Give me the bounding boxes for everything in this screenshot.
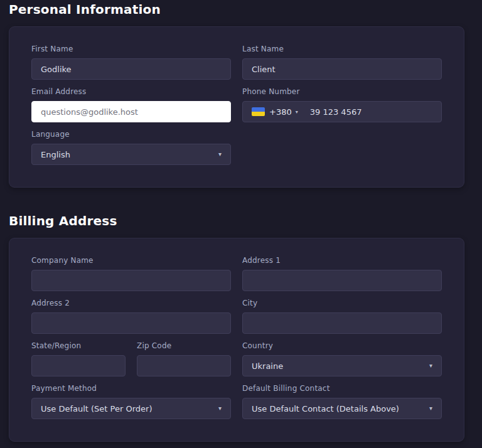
country-select[interactable]: Ukraine ▾ [242,355,442,376]
default-billing-contact-select[interactable]: Use Default Contact (Details Above) ▾ [242,398,442,419]
personal-information-title: Personal Information [9,1,482,18]
phone-field: Phone Number +380 ▾ 39 123 4567 [242,87,442,122]
company-name-label: Company Name [31,256,231,265]
last-name-field: Last Name [242,45,442,80]
chevron-down-icon: ▾ [429,405,432,412]
first-name-input[interactable] [31,58,231,80]
chevron-down-icon: ▾ [218,151,222,157]
state-region-label: State/Region [31,341,126,350]
email-field: Email Address [31,87,231,122]
chevron-down-icon: ▾ [218,405,222,412]
first-name-label: First Name [31,45,231,53]
country-field: Country Ukraine ▾ [242,341,442,376]
city-input[interactable] [242,312,442,334]
chevron-down-icon: ▾ [296,109,298,115]
company-name-field: Company Name [31,256,231,291]
company-name-input[interactable] [31,270,231,291]
address2-field: Address 2 [31,299,231,334]
language-select[interactable]: English ▾ [31,144,231,165]
email-input[interactable] [31,101,231,122]
state-region-input[interactable] [31,355,126,376]
payment-method-label: Payment Method [31,384,231,393]
address1-label: Address 1 [242,256,442,265]
payment-method-select[interactable]: Use Default (Set Per Order) ▾ [31,398,231,419]
city-label: City [242,299,442,307]
last-name-input[interactable] [242,58,442,80]
billing-address-title: Billing Address [9,213,482,229]
zip-code-label: Zip Code [137,341,231,350]
email-label: Email Address [31,87,231,96]
country-label: Country [242,341,442,350]
personal-information-card: First Name Last Name Email Address Phone… [9,26,464,188]
default-billing-contact-label: Default Billing Contact [242,384,442,393]
ukraine-flag-icon [252,107,265,116]
phone-input[interactable]: +380 ▾ 39 123 4567 [242,101,442,122]
payment-method-field: Payment Method Use Default (Set Per Orde… [31,384,231,419]
phone-number-value[interactable]: 39 123 4567 [310,107,362,117]
default-billing-contact-selected-value: Use Default Contact (Details Above) [252,404,399,413]
chevron-down-icon: ▾ [429,363,432,369]
zip-code-input[interactable] [137,355,231,376]
dial-code-selector[interactable]: +380 [269,107,292,117]
phone-label: Phone Number [242,87,442,96]
payment-method-selected-value: Use Default (Set Per Order) [41,404,152,413]
address2-input[interactable] [31,312,231,334]
address1-field: Address 1 [242,256,442,291]
first-name-field: First Name [31,45,231,80]
language-label: Language [31,130,231,139]
default-billing-contact-field: Default Billing Contact Use Default Cont… [242,384,442,419]
zip-code-field: Zip Code [137,341,231,376]
address2-label: Address 2 [31,299,231,307]
country-selected-value: Ukraine [252,361,283,371]
language-selected-value: English [41,150,70,159]
last-name-label: Last Name [242,45,442,53]
address1-input[interactable] [242,270,442,291]
billing-address-card: Company Name Address 1 Address 2 City St… [9,238,464,442]
language-field: Language English ▾ [31,130,231,165]
city-field: City [242,299,442,334]
state-region-field: State/Region [31,341,126,376]
